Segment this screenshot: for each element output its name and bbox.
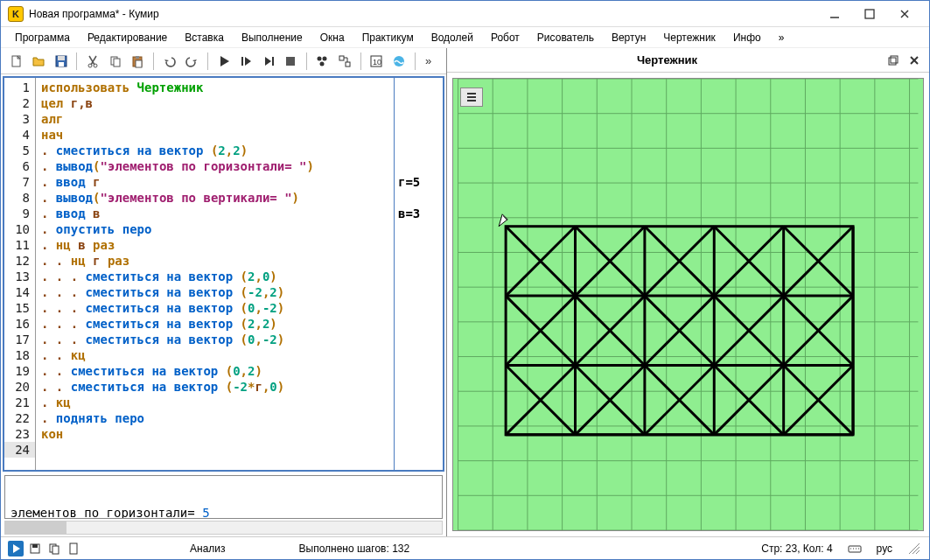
- toolbar: 10»: [1, 48, 446, 74]
- save-file-icon[interactable]: [51, 51, 71, 72]
- code-editor[interactable]: 123456789101112131415161718192021222324 …: [3, 76, 444, 472]
- restore-pane-icon[interactable]: [885, 52, 901, 68]
- window-title: Новая программа* - Кумир: [29, 8, 817, 20]
- svg-point-26: [318, 56, 322, 60]
- step-over-icon[interactable]: [258, 51, 278, 72]
- svg-rect-14: [114, 59, 120, 66]
- menu-7[interactable]: Робот: [482, 29, 528, 46]
- redo-icon[interactable]: [181, 51, 201, 72]
- maximize-button[interactable]: [852, 2, 887, 26]
- svg-rect-1: [865, 10, 874, 18]
- menu-8[interactable]: Рисователь: [528, 29, 603, 46]
- svg-point-27: [323, 56, 327, 60]
- keyboard-icon[interactable]: [847, 541, 863, 556]
- svg-marker-22: [245, 57, 251, 66]
- editor-pane: 10» 123456789101112131415161718192021222…: [1, 48, 447, 536]
- canvas-menu-button[interactable]: [460, 88, 483, 107]
- run-icon[interactable]: [213, 51, 234, 72]
- hamburger-icon: [465, 90, 479, 104]
- copy-status-icon[interactable]: [46, 541, 62, 556]
- svg-rect-16: [136, 56, 139, 59]
- drawer-header: Чертежник: [447, 48, 929, 73]
- run-status-icon[interactable]: [8, 541, 24, 556]
- svg-rect-8: [59, 62, 64, 66]
- drawer-title: Чертежник: [454, 53, 880, 66]
- svg-marker-18: [164, 60, 169, 62]
- close-button[interactable]: [887, 2, 922, 26]
- toggle-lines-icon[interactable]: 10: [367, 51, 387, 72]
- svg-rect-139: [52, 546, 59, 554]
- status-bar: Анализ Выполнено шагов: 132 Стр: 23, Кол…: [1, 536, 929, 559]
- line-number-gutter: 123456789101112131415161718192021222324: [4, 78, 36, 470]
- cut-icon[interactable]: [82, 51, 102, 72]
- svg-line-147: [916, 550, 920, 554]
- svg-marker-20: [220, 56, 229, 66]
- output-console[interactable]: элементов по горизонтали= 5 элементов по…: [4, 475, 443, 519]
- svg-rect-140: [70, 543, 77, 554]
- resize-grip-icon[interactable]: [906, 541, 922, 556]
- svg-rect-17: [136, 60, 142, 67]
- svg-marker-19: [192, 60, 197, 62]
- menu-11[interactable]: Инфо: [724, 29, 770, 46]
- runtime-values-margin: г=5в=3: [394, 78, 443, 470]
- svg-line-146: [913, 547, 920, 554]
- insert-alg-icon[interactable]: [334, 51, 354, 72]
- drawer-canvas[interactable]: [452, 78, 924, 531]
- insert-module-icon[interactable]: [312, 51, 332, 72]
- save-status-icon[interactable]: [27, 541, 43, 556]
- title-bar: K Новая программа* - Кумир: [1, 1, 929, 27]
- menu-6[interactable]: Водолей: [423, 29, 482, 46]
- status-analysis: Анализ: [190, 542, 226, 555]
- menu-1[interactable]: Редактирование: [79, 29, 176, 46]
- svg-rect-29: [339, 56, 344, 60]
- svg-rect-21: [241, 57, 243, 66]
- doc-status-icon[interactable]: [66, 541, 81, 556]
- svg-rect-137: [32, 544, 38, 548]
- svg-text:»: »: [425, 54, 431, 67]
- menu-bar: ПрограммаРедактированиеВставкаВыполнение…: [1, 27, 929, 48]
- menu-4[interactable]: Окна: [311, 29, 353, 46]
- svg-point-12: [94, 64, 97, 67]
- status-language[interactable]: рус: [877, 542, 892, 555]
- step-icon[interactable]: [235, 51, 255, 72]
- status-cursor-position: Стр: 23, Кол: 4: [761, 542, 832, 555]
- menu-10[interactable]: Чертежник: [654, 29, 724, 46]
- more-icon[interactable]: »: [421, 51, 441, 72]
- copy-icon[interactable]: [105, 51, 125, 72]
- actor-icon[interactable]: [388, 51, 409, 72]
- menu-2[interactable]: Вставка: [176, 29, 233, 46]
- svg-rect-7: [58, 56, 65, 60]
- drawer-pane: Чертежник: [447, 48, 929, 536]
- new-file-icon[interactable]: [6, 51, 26, 72]
- console-value: 5: [202, 506, 209, 519]
- menu-5[interactable]: Практикум: [353, 29, 423, 46]
- svg-rect-24: [272, 57, 274, 66]
- open-file-icon[interactable]: [28, 51, 48, 72]
- svg-marker-135: [13, 544, 20, 553]
- status-steps: Выполнено шагов: 132: [299, 542, 410, 555]
- svg-marker-23: [265, 57, 271, 66]
- svg-rect-25: [286, 57, 295, 66]
- menu-3[interactable]: Выполнение: [233, 29, 311, 46]
- svg-text:10: 10: [373, 58, 381, 66]
- undo-icon[interactable]: [159, 51, 179, 72]
- app-icon: K: [8, 6, 24, 22]
- svg-rect-37: [889, 58, 896, 65]
- svg-point-11: [88, 64, 92, 67]
- paste-icon[interactable]: [127, 51, 147, 72]
- code-area[interactable]: использовать Чертежникцел г,валгнач. сме…: [36, 78, 394, 470]
- menu-9[interactable]: Вертун: [603, 29, 654, 46]
- console-line: элементов по горизонтали=: [10, 506, 202, 519]
- svg-rect-38: [891, 56, 898, 63]
- drawer-drawing: [453, 79, 923, 530]
- svg-point-28: [320, 61, 325, 66]
- horizontal-scrollbar[interactable]: [4, 521, 443, 535]
- minimize-button[interactable]: [817, 2, 852, 26]
- stop-icon[interactable]: [280, 51, 300, 72]
- svg-rect-30: [346, 62, 350, 66]
- menu-12[interactable]: »: [770, 29, 794, 46]
- menu-0[interactable]: Программа: [6, 29, 79, 46]
- close-pane-icon[interactable]: [906, 52, 922, 68]
